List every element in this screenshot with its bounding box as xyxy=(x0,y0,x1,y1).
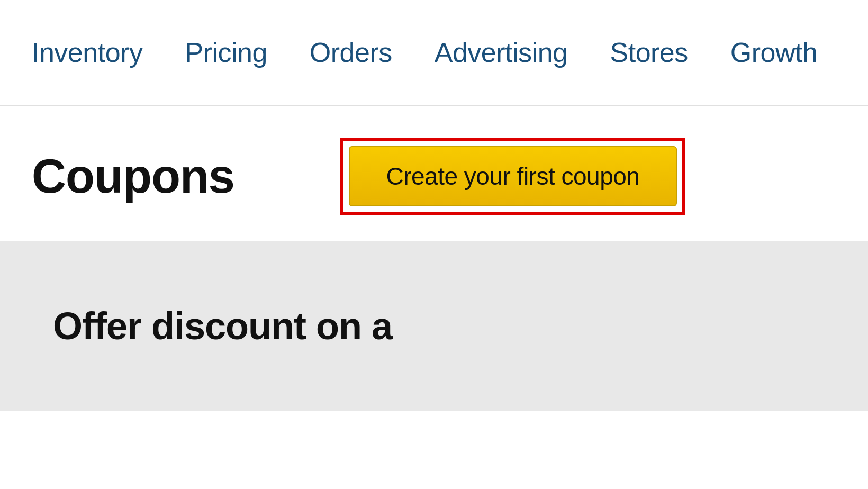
create-coupon-button[interactable]: Create your first coupon xyxy=(349,146,677,206)
coupons-header: Coupons Create your first coupon xyxy=(32,138,836,215)
info-text: Offer discount on a xyxy=(53,304,392,348)
page-title: Coupons xyxy=(32,149,234,204)
nav-item-orders[interactable]: Orders xyxy=(310,37,392,68)
nav-item-stores[interactable]: Stores xyxy=(610,37,688,68)
nav-item-growth[interactable]: Growth xyxy=(730,37,818,68)
nav-item-inventory[interactable]: Inventory xyxy=(32,37,142,68)
nav-bar: Inventory Pricing Orders Advertising Sto… xyxy=(0,0,868,106)
main-content: Coupons Create your first coupon xyxy=(0,106,868,215)
create-coupon-highlight: Create your first coupon xyxy=(340,138,685,215)
nav-item-pricing[interactable]: Pricing xyxy=(185,37,267,68)
info-section: Offer discount on a xyxy=(0,241,868,411)
nav-item-advertising[interactable]: Advertising xyxy=(435,37,568,68)
